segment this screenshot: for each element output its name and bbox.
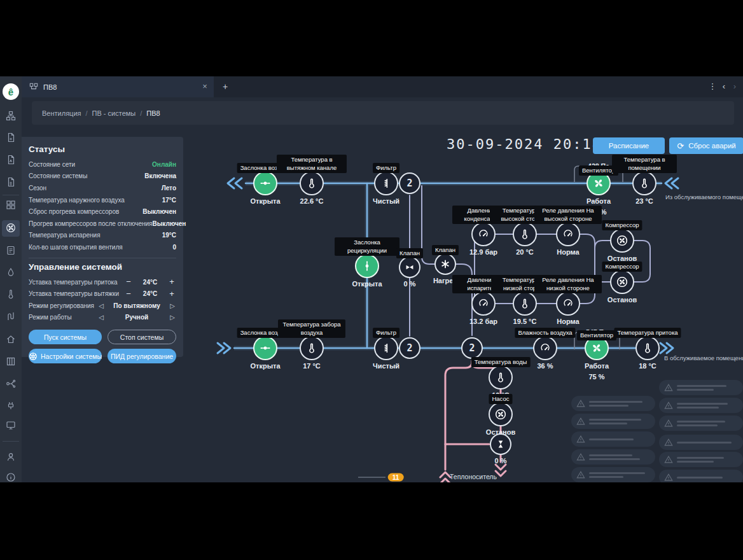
node-label: Заслонка рециркуляции <box>335 237 399 256</box>
node-label: Температура в вытяжном канале <box>277 155 347 173</box>
damper-icon <box>253 171 277 195</box>
supply-flow-note: В обслуживаемое помещение <box>664 354 743 361</box>
plug-icon[interactable] <box>5 400 17 412</box>
system-settings-button[interactable]: Настройки системы <box>29 349 102 363</box>
warning-icon <box>664 473 673 482</box>
document-icon[interactable] <box>5 154 17 165</box>
pid-regulation-button[interactable]: ПИД регулирование <box>108 349 176 363</box>
thermometer-icon[interactable] <box>5 288 17 300</box>
damper-icon <box>253 336 277 360</box>
info-icon[interactable] <box>5 472 17 482</box>
alarm-tile[interactable] <box>659 416 743 431</box>
user-icon[interactable] <box>5 451 17 463</box>
next-arrow-icon[interactable]: ▷ <box>169 314 176 321</box>
heat-exchanger-icon: 2 <box>399 337 420 359</box>
node-value: Открыта <box>352 280 382 288</box>
next-arrow-icon[interactable]: ▷ <box>169 302 176 309</box>
alarm-count-badge[interactable]: 11 <box>388 473 404 482</box>
status-label: Температура испарения <box>29 232 101 239</box>
valve-icon <box>490 433 511 455</box>
clipboard-icon[interactable] <box>5 244 17 256</box>
status-row: Состояние системыВключена <box>29 171 176 183</box>
al arm-tile[interactable] <box>571 467 655 482</box>
tab-title: ПВ8 <box>43 83 57 91</box>
back-icon[interactable]: ‹ <box>719 81 729 92</box>
gauge-icon <box>471 222 496 246</box>
status-label: Кол-во шагов открытия вентиля <box>29 244 123 251</box>
fan-icon[interactable] <box>5 222 17 234</box>
setpoint-value: 24°C <box>137 279 163 286</box>
panel-divider <box>29 258 176 258</box>
status-row: Кол-во шагов открытия вентиля0 <box>29 241 176 253</box>
more-menu-icon[interactable]: ⋮ <box>707 81 718 92</box>
control-buttons: Пуск системы Стоп системы Настройки сист… <box>29 330 176 363</box>
flow-icon[interactable] <box>5 378 17 389</box>
alarm-tile[interactable] <box>659 380 743 395</box>
alarm-tile[interactable] <box>659 435 743 450</box>
elevator-icon[interactable] <box>5 356 17 367</box>
thermometer-icon <box>513 222 537 246</box>
grid-icon[interactable] <box>5 199 17 211</box>
alarm-tile[interactable] <box>571 449 655 465</box>
status-row: Состояние сетиОнлайн <box>29 158 176 171</box>
tab-pv8[interactable]: ПВ8 × <box>22 76 214 97</box>
setpoint-label: Уставка температуры притока <box>29 279 118 286</box>
breadcrumb-item[interactable]: ПВ - системы <box>92 109 136 117</box>
alarm-tile[interactable] <box>571 396 655 411</box>
alarm-tile[interactable] <box>659 398 743 413</box>
plus-button[interactable]: + <box>167 290 176 298</box>
tab-close-icon[interactable]: × <box>200 81 210 92</box>
document-icon[interactable] <box>5 132 17 143</box>
node-value: 0 % <box>404 280 416 288</box>
minus-button[interactable]: − <box>124 277 133 286</box>
start-system-button[interactable]: Пуск системы <box>29 330 102 344</box>
drop-icon[interactable] <box>5 267 17 278</box>
breadcrumb-item[interactable]: Вентиляция <box>42 109 81 117</box>
alarm-tile[interactable] <box>659 470 743 482</box>
monitor-icon[interactable] <box>5 419 17 431</box>
node-label: Фильтр <box>373 328 399 338</box>
filter-icon <box>374 336 398 360</box>
selector-row: Режим регулирования ◁По вытяжному▷ <box>29 300 176 312</box>
node-value: 12.9 бар <box>469 248 497 256</box>
refresh-icon: ⟳ <box>677 142 684 150</box>
prev-arrow-icon[interactable]: ◁ <box>97 314 105 321</box>
warning-icon <box>664 383 673 392</box>
forward-icon[interactable]: › <box>730 81 740 92</box>
warning-icon <box>576 399 585 408</box>
home-icon[interactable] <box>5 333 17 345</box>
status-label: Температура наружного воздуха <box>29 197 125 204</box>
stop-system-button[interactable]: Стоп системы <box>108 330 176 344</box>
hierarchy-icon[interactable] <box>5 110 17 122</box>
exhaust-flow-note: Из обслуживаемого помещения <box>665 193 743 200</box>
screen: ПВ8 × + ⋮ ‹ › ê Вентиляция / ПВ - сис <box>0 0 743 560</box>
node-value: Работа <box>587 197 611 205</box>
heating-icon[interactable] <box>5 311 17 322</box>
alarm-tile[interactable] <box>571 431 655 447</box>
breadcrumb-item-current: ПВ8 <box>146 109 160 117</box>
prev-arrow-icon[interactable]: ◁ <box>97 302 105 309</box>
status-value: 17°C <box>162 197 176 204</box>
app-logo[interactable]: ê <box>3 83 19 100</box>
reset-alarms-label: Сброс аварий <box>688 142 736 150</box>
gauge-icon <box>556 222 580 246</box>
minus-button[interactable]: − <box>124 290 133 298</box>
selector-row: Режим работы ◁Ручной▷ <box>29 312 176 324</box>
alarm-tile[interactable] <box>659 452 743 467</box>
sidebar-divider <box>3 441 19 442</box>
warning-icon <box>576 417 585 426</box>
water-line-label: Теплоноситель <box>450 473 497 480</box>
reset-alarms-button[interactable]: ⟳ Сброс аварий <box>669 137 743 154</box>
document-icon[interactable] <box>5 176 17 188</box>
alarm-tile[interactable] <box>571 414 655 429</box>
new-tab-button[interactable]: + <box>220 81 230 92</box>
schedule-button[interactable]: Расписание <box>593 137 665 154</box>
node-label: Насос <box>489 394 512 404</box>
status-label: Прогрев компрессоров после отключения <box>29 220 153 227</box>
node-label: Температура притока <box>614 328 681 338</box>
plus-button[interactable]: + <box>167 277 176 286</box>
mnemo-icon <box>29 83 38 92</box>
node-value: Чистый <box>373 362 399 370</box>
wheel-icon <box>29 352 38 361</box>
node-label: Вентилятор <box>577 330 616 340</box>
